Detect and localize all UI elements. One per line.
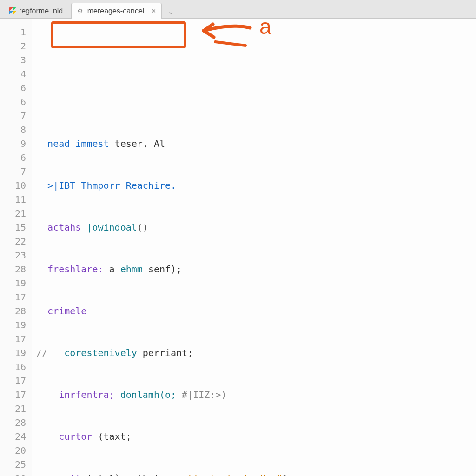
line-number: 6 [0,81,26,95]
line-number: 17 [0,388,26,402]
tab-inactive-regforme[interactable]: regforme..nld. [3,3,71,19]
line-number: 7 [0,109,26,123]
code-line: crimele [32,304,476,318]
line-number: 6 [0,95,26,109]
line-number: 16 [0,360,26,374]
line-number: 7 [0,165,26,178]
gear-icon: ⚙ [77,7,85,15]
code-line: curtor (taxt; [32,430,476,443]
line-number: 21 [0,206,26,220]
code-area[interactable]: a nead immest teser, Al >|IBT Thmporr Re… [32,19,476,476]
line-number: 8 [0,123,26,137]
line-number: 10 [0,178,26,192]
line-number: 11 [0,192,26,206]
code-line: // corestenively perriant; [32,346,476,360]
code-editor[interactable]: 1 2 3 4 6 6 7 8 9 6 7 10 11 21 15 22 23 … [0,19,476,476]
line-number: 15 [0,220,26,234]
code-line: freshlare: a ehmm senf); [32,262,476,276]
tab-bar: regforme..nld. ⚙ mereages-cancell × ⌄ [0,0,476,19]
line-number: 19 [0,346,26,360]
line-number: 28 [0,471,26,476]
line-number: 17 [0,332,26,346]
code-line: inrfentra; donlamh(o; #|IIZ:>) [32,388,476,402]
line-number: 4 [0,67,26,81]
line-number: 25 [0,457,26,471]
line-number: 9 [0,137,26,151]
line-number: 19 [0,318,26,332]
chevron-down-icon: ⌄ [168,7,174,16]
line-number: 17 [0,374,26,388]
annotation-box [51,21,186,48]
arrow-icon [190,19,255,56]
annotation-label: a [259,20,271,33]
line-number: 17 [0,290,26,304]
tab-active-mereages[interactable]: ⚙ mereages-cancell × [71,3,162,19]
tab-label: mereages-cancell [87,7,146,15]
line-number: 20 [0,443,26,457]
code-line: ent) intal`; othote rmptinats trate Use"… [32,471,476,476]
line-number-gutter: 1 2 3 4 6 6 7 8 9 6 7 10 11 21 15 22 23 … [0,19,32,476]
line-number: 23 [0,248,26,262]
line-number: 28 [0,416,26,430]
code-line: actahs |owindoal() [32,220,476,234]
code-line: >|IBT Thmporr Reachire. [32,178,476,192]
line-number: 28 [0,304,26,318]
file-icon [9,7,16,15]
line-number: 6 [0,151,26,165]
close-icon[interactable]: × [152,7,156,15]
line-number: 1 [0,25,26,39]
line-number: 24 [0,430,26,443]
line-number: 2 [0,39,26,53]
line-number: 28 [0,262,26,276]
tab-label: regforme..nld. [19,7,65,15]
line-number: 3 [0,53,26,67]
line-number: 22 [0,234,26,248]
code-line: nead immest teser, Al [32,137,476,151]
line-number: 19 [0,276,26,290]
new-tab-button[interactable]: ⌄ [164,4,178,18]
line-number: 21 [0,402,26,416]
